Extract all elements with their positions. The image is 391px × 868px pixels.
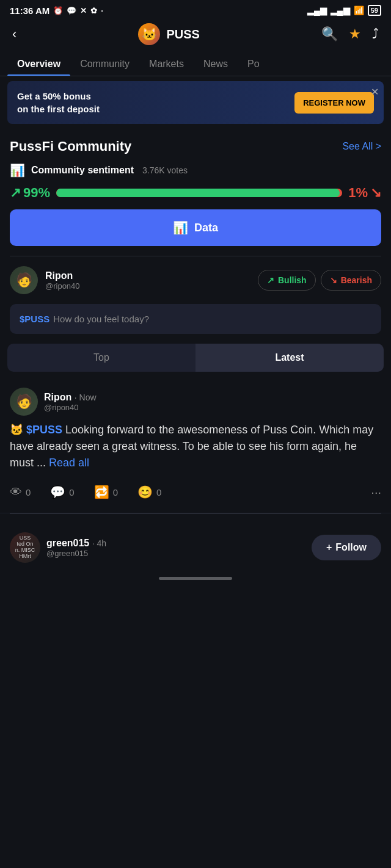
post-card-2: USSted Onn. MISCHMrt green015 · 4h @gree…: [0, 524, 391, 571]
divider-2: [10, 513, 381, 514]
follow-button[interactable]: + Follow: [312, 535, 381, 560]
comment-icon: 💬: [50, 485, 65, 499]
header-actions: 🔍 ★ ⤴: [321, 26, 379, 42]
community-title: PussFi Community: [10, 139, 131, 154]
status-time: 11:36 AM: [10, 5, 49, 16]
sentiment-votes: 3.76K votes: [142, 165, 188, 175]
post-user-info-1: Ripon · Now @ripon40: [44, 392, 381, 412]
chat-icon: 💬: [67, 6, 76, 15]
bearish-button[interactable]: ↘ Bearish: [321, 270, 381, 291]
latest-toggle-button[interactable]: Latest: [196, 344, 384, 372]
share-icon[interactable]: ⤴: [372, 26, 379, 42]
data-btn-label: Data: [194, 222, 218, 234]
bullish-button[interactable]: ↗ Bullish: [258, 270, 316, 291]
signal2-icon: ▂▄▆: [331, 5, 350, 15]
post-card-1: 🧑 Ripon · Now @ripon40 🐱 $PUSS Looking f…: [0, 379, 391, 513]
post-input-field[interactable]: $PUSS How do you feel today?: [10, 304, 381, 334]
divider-1: [10, 256, 381, 256]
reactions-count: 0: [156, 487, 161, 497]
post-time-1: · Now: [75, 392, 97, 402]
post-time-2: · 4h: [92, 538, 106, 548]
post-handle-1: @ripon40: [44, 403, 381, 412]
sentiment-bar-row: ↗ 99% 1% ↘: [10, 185, 381, 201]
views-count: 0: [26, 487, 31, 497]
back-button[interactable]: ‹: [12, 26, 16, 42]
user-avatar: 🧑: [10, 266, 38, 294]
retweets-count: 0: [113, 487, 118, 497]
retweet-action[interactable]: 🔁 0: [94, 485, 118, 499]
tab-overview[interactable]: Overview: [7, 52, 70, 76]
user-handle: @ripon40: [45, 281, 250, 291]
post-username-1: Ripon: [44, 392, 71, 402]
page-title: PUSS: [166, 27, 199, 42]
star-icon[interactable]: ★: [349, 26, 361, 42]
post-header-2: USSted Onn. MISCHMrt green015 · 4h @gree…: [10, 532, 381, 563]
home-indicator: [159, 577, 232, 580]
up-arrow-icon: ↗: [10, 185, 21, 201]
bullish-label: Bullish: [278, 275, 307, 285]
tab-bar: Overview Community Markets News Po: [0, 52, 391, 76]
tab-news[interactable]: News: [194, 52, 238, 76]
sentiment-bar-fill: [56, 189, 339, 197]
sentiment-bar: [56, 189, 342, 197]
status-bar: 11:36 AM ⏰ 💬 ✕ ✿ · ▂▄▆ ▂▄▆ 📶 59: [0, 0, 391, 18]
alarm-icon: ⏰: [53, 6, 63, 15]
sentiment-down: 1% ↘: [348, 185, 381, 201]
sentiment-buttons: ↗ Bullish ↘ Bearish: [258, 270, 381, 291]
tab-po[interactable]: Po: [238, 52, 269, 76]
signal-icon: ▂▄▆: [307, 5, 327, 15]
post-placeholder: How do you feel today?: [53, 314, 149, 324]
search-icon[interactable]: 🔍: [321, 26, 338, 42]
read-all-button[interactable]: Read all: [49, 457, 89, 469]
ad-register-button[interactable]: REGISTER NOW: [294, 92, 374, 114]
post-emoji: 🐱: [10, 424, 23, 436]
dot-icon: ·: [101, 6, 103, 15]
page-header: ‹ 🐱 PUSS 🔍 ★ ⤴: [0, 18, 391, 52]
post-user-info-2: green015 · 4h @green015: [46, 538, 305, 558]
tab-community[interactable]: Community: [70, 52, 139, 76]
tab-markets[interactable]: Markets: [139, 52, 194, 76]
reaction-action[interactable]: 😊 0: [137, 485, 161, 499]
bottom-bar: [0, 571, 391, 590]
post-body-1: 🐱 $PUSS Looking forward to the awesomene…: [10, 422, 381, 471]
top-toggle-button[interactable]: Top: [7, 344, 196, 372]
eye-icon: 👁: [10, 485, 22, 499]
ad-close-button[interactable]: ✕: [371, 86, 379, 98]
post-ticker-1: $PUSS: [26, 424, 62, 436]
community-header: PussFi Community See All >: [10, 139, 381, 154]
user-name: Ripon: [45, 270, 250, 281]
down-percentage: 1%: [348, 185, 368, 201]
retweet-icon: 🔁: [94, 485, 109, 499]
sentiment-up: ↗ 99%: [10, 185, 50, 201]
user-info: Ripon @ripon40: [45, 270, 250, 291]
post-username-2: green015: [46, 538, 89, 548]
fan-icon: ✿: [90, 6, 97, 15]
chart-bar-icon: 📊: [173, 220, 188, 235]
status-left: 11:36 AM ⏰ 💬 ✕ ✿ ·: [10, 5, 103, 16]
post-ticker: $PUSS: [20, 314, 49, 324]
bullish-arrow-icon: ↗: [267, 275, 274, 285]
down-arrow-icon: ↘: [370, 185, 381, 201]
reaction-icon: 😊: [137, 485, 153, 499]
comments-action[interactable]: 💬 0: [50, 485, 74, 499]
bearish-arrow-icon: ↘: [330, 275, 337, 285]
post-avatar-2: USSted Onn. MISCHMrt: [10, 532, 40, 563]
coin-avatar: 🐱: [138, 23, 160, 45]
post-avatar-1: 🧑: [10, 388, 38, 416]
status-right: ▂▄▆ ▂▄▆ 📶 59: [307, 5, 381, 16]
views-action[interactable]: 👁 0: [10, 485, 31, 499]
follow-plus-icon: +: [326, 542, 332, 553]
follow-label: Follow: [335, 542, 367, 553]
sentiment-label-row: 📊 Community sentiment 3.76K votes: [10, 163, 381, 178]
header-title-area: 🐱 PUSS: [138, 23, 199, 45]
data-button[interactable]: 📊 Data: [10, 209, 381, 246]
see-all-button[interactable]: See All >: [342, 141, 381, 152]
post-handle-2: @green015: [46, 549, 305, 558]
more-options-button[interactable]: ···: [371, 485, 381, 499]
ad-banner: Get a 50% bonus on the first deposit REG…: [7, 81, 384, 124]
ad-line2: on the first deposit: [17, 103, 100, 115]
bearish-label: Bearish: [341, 275, 372, 285]
sentiment-label: Community sentiment: [31, 165, 134, 176]
x-icon: ✕: [80, 6, 87, 15]
post-toggle: Top Latest: [7, 344, 384, 372]
